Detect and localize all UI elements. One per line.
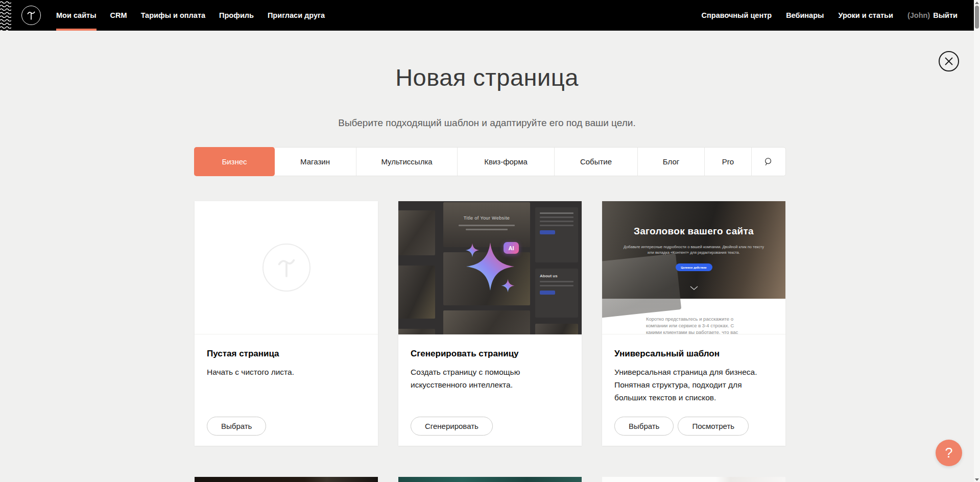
nav-crm[interactable]: CRM bbox=[110, 0, 127, 31]
scroll-up-arrow[interactable] bbox=[974, 0, 980, 5]
template-preview[interactable] bbox=[195, 477, 378, 482]
scroll-down-arrow[interactable] bbox=[974, 477, 980, 482]
logout-link[interactable]: Выйти bbox=[933, 11, 958, 19]
card-description: Начать с чистого листа. bbox=[207, 366, 366, 378]
card-title: Пустая страница bbox=[207, 349, 366, 359]
search-icon bbox=[764, 157, 773, 166]
universal-template-preview[interactable]: Заголовок вашего сайта Добавьте интересн… bbox=[602, 201, 785, 334]
template-hero: Заголовок вашего сайта Добавьте интересн… bbox=[602, 201, 785, 299]
help-button[interactable]: ? bbox=[936, 440, 962, 466]
nav-invite-friend[interactable]: Пригласи друга bbox=[268, 0, 325, 31]
tab-store[interactable]: Магазин bbox=[274, 148, 356, 176]
tilda-watermark-icon bbox=[262, 244, 310, 292]
card-actions: Сгенерировать bbox=[411, 417, 493, 436]
generate-button[interactable]: Сгенерировать bbox=[411, 417, 493, 436]
tab-pro[interactable]: Pro bbox=[705, 148, 752, 176]
ai-badge: AI bbox=[504, 242, 519, 254]
page-title: Новая страница bbox=[0, 63, 974, 91]
sparkle-small-icon bbox=[501, 279, 515, 293]
tab-search[interactable] bbox=[752, 148, 785, 176]
tab-business[interactable]: Бизнес bbox=[195, 148, 274, 176]
choose-button[interactable]: Выбрать bbox=[614, 417, 674, 436]
template-hero-subtitle: Добавьте интересные подробности о вашей … bbox=[620, 244, 767, 255]
template-cards-row: Пустая страница Начать с чистого листа. … bbox=[195, 201, 785, 446]
sparkle-small-icon bbox=[465, 243, 480, 257]
tilda-logo-glyph bbox=[25, 9, 37, 21]
tab-event[interactable]: Событие bbox=[555, 148, 638, 176]
main-nav: Мои сайты CRM Тарифы и оплата Профиль Пр… bbox=[56, 0, 325, 31]
user-area: (John)Выйти bbox=[907, 11, 958, 20]
card-title: Сгенерировать страницу bbox=[411, 349, 569, 359]
card-body: Сгенерировать страницу Создать страницу … bbox=[398, 334, 582, 446]
nav-my-sites[interactable]: Мои сайты bbox=[56, 0, 97, 31]
tab-blog[interactable]: Блог bbox=[638, 148, 705, 176]
card-actions: Выбрать Посмотреть bbox=[614, 417, 749, 436]
ai-generate-preview[interactable]: Title of Your Website About us bbox=[398, 201, 582, 334]
template-cards-row-2 bbox=[195, 477, 785, 482]
view-button[interactable]: Посмотреть bbox=[678, 417, 749, 436]
template-cta-button: Целевое действие bbox=[676, 263, 712, 271]
nav-profile[interactable]: Профиль bbox=[219, 0, 254, 31]
card-body: Универсальный шаблон Универсальная стран… bbox=[602, 334, 785, 446]
new-page-dialog: Мои сайты CRM Тарифы и оплата Профиль Пр… bbox=[0, 0, 980, 482]
nav-lessons[interactable]: Уроки и статьи bbox=[838, 11, 893, 19]
template-category-tabs: Бизнес Магазин Мультиссылка Квиз-форма С… bbox=[195, 148, 785, 176]
card-title: Универсальный шаблон bbox=[614, 349, 773, 359]
card-blank-page: Пустая страница Начать с чистого листа. … bbox=[195, 201, 378, 446]
scrollbar[interactable] bbox=[974, 0, 980, 482]
scrollbar-thumb[interactable] bbox=[975, 6, 979, 29]
template-preview[interactable] bbox=[398, 477, 582, 482]
secondary-nav: Справочный центр Вебинары Уроки и статьи… bbox=[702, 0, 958, 31]
zigzag-pattern bbox=[0, 0, 11, 31]
tab-quiz-form[interactable]: Квиз-форма bbox=[458, 148, 555, 176]
card-actions: Выбрать bbox=[207, 417, 266, 436]
card-ai-generate: Title of Your Website About us bbox=[398, 201, 582, 446]
chevron-down-icon bbox=[690, 286, 698, 290]
choose-button[interactable]: Выбрать bbox=[207, 417, 266, 436]
user-name: (John) bbox=[907, 11, 930, 19]
topbar: Мои сайты CRM Тарифы и оплата Профиль Пр… bbox=[0, 0, 974, 31]
template-preview[interactable] bbox=[602, 477, 785, 482]
card-description: Универсальная страница для бизнеса. Поня… bbox=[614, 366, 773, 404]
nav-pricing[interactable]: Тарифы и оплата bbox=[141, 0, 205, 31]
nav-webinars[interactable]: Вебинары bbox=[786, 11, 824, 19]
ai-sparkles: AI bbox=[398, 201, 582, 334]
tab-multilink[interactable]: Мультиссылка bbox=[356, 148, 458, 176]
card-universal-template: Заголовок вашего сайта Добавьте интересн… bbox=[602, 201, 785, 446]
page-subtitle: Выберите подходящий шаблон и адаптируйте… bbox=[0, 117, 974, 129]
template-hero-title: Заголовок вашего сайта bbox=[602, 226, 785, 237]
card-body: Пустая страница Начать с чистого листа. … bbox=[195, 334, 378, 446]
card-description: Создать страницу с помощью искусственног… bbox=[411, 366, 569, 391]
blank-page-preview[interactable] bbox=[195, 201, 378, 334]
template-body-text: Коротко представьтесь и расскажите о ком… bbox=[646, 316, 746, 334]
tilda-logo[interactable] bbox=[21, 6, 41, 25]
nav-help-center[interactable]: Справочный центр bbox=[702, 11, 772, 19]
